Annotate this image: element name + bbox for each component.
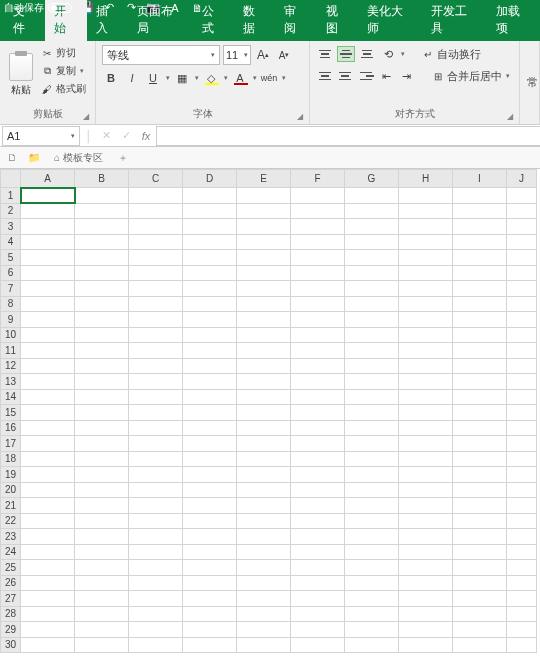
cell[interactable]	[291, 622, 345, 638]
column-header[interactable]: B	[75, 170, 129, 188]
cell[interactable]	[291, 358, 345, 374]
cell[interactable]	[75, 203, 129, 219]
cell[interactable]	[183, 560, 237, 576]
cell[interactable]	[21, 420, 75, 436]
row-header[interactable]: 14	[1, 389, 21, 405]
cell[interactable]	[129, 544, 183, 560]
align-center-button[interactable]	[336, 68, 353, 84]
cell[interactable]	[291, 250, 345, 266]
cell[interactable]	[21, 281, 75, 297]
cell[interactable]	[291, 312, 345, 328]
cell[interactable]	[399, 312, 453, 328]
align-top-button[interactable]	[316, 46, 334, 62]
cell[interactable]	[237, 606, 291, 622]
cell[interactable]	[399, 234, 453, 250]
cell[interactable]	[345, 513, 399, 529]
cell[interactable]	[291, 389, 345, 405]
cell[interactable]	[75, 374, 129, 390]
cell[interactable]	[75, 436, 129, 452]
cell[interactable]	[129, 296, 183, 312]
clipboard-launcher-icon[interactable]: ◢	[83, 112, 93, 122]
cell[interactable]	[237, 544, 291, 560]
cell[interactable]	[237, 637, 291, 653]
cell[interactable]	[183, 327, 237, 343]
cell[interactable]	[129, 498, 183, 514]
new-sheet-icon[interactable]: 🗋	[4, 150, 20, 166]
cell[interactable]	[75, 358, 129, 374]
cell[interactable]	[345, 312, 399, 328]
cell[interactable]	[345, 529, 399, 545]
cell[interactable]	[237, 622, 291, 638]
cell[interactable]	[399, 451, 453, 467]
cell[interactable]	[399, 591, 453, 607]
fx-button[interactable]: fx	[136, 126, 156, 146]
row-header[interactable]: 15	[1, 405, 21, 421]
cell[interactable]	[399, 358, 453, 374]
cell[interactable]	[75, 234, 129, 250]
row-header[interactable]: 6	[1, 265, 21, 281]
cell[interactable]	[507, 560, 537, 576]
cell[interactable]	[129, 436, 183, 452]
cell[interactable]	[237, 436, 291, 452]
column-header[interactable]: F	[291, 170, 345, 188]
cell[interactable]	[183, 389, 237, 405]
cell[interactable]	[183, 591, 237, 607]
border-button[interactable]: ▦	[173, 69, 191, 87]
cell[interactable]	[21, 606, 75, 622]
cell[interactable]	[345, 250, 399, 266]
cell[interactable]	[453, 405, 507, 421]
cell[interactable]	[291, 420, 345, 436]
cell[interactable]	[399, 467, 453, 483]
cell[interactable]	[453, 513, 507, 529]
cell[interactable]	[399, 560, 453, 576]
cell[interactable]	[345, 343, 399, 359]
row-header[interactable]: 16	[1, 420, 21, 436]
cell[interactable]	[345, 436, 399, 452]
align-right-button[interactable]	[357, 68, 374, 84]
row-header[interactable]: 3	[1, 219, 21, 235]
cell[interactable]	[507, 358, 537, 374]
template-zone-tab[interactable]: ⌂模板专区	[48, 149, 109, 167]
cell[interactable]	[75, 312, 129, 328]
cell[interactable]	[453, 436, 507, 452]
cell[interactable]	[291, 188, 345, 204]
cut-button[interactable]: ✂剪切	[40, 45, 87, 61]
cell[interactable]	[291, 451, 345, 467]
cell[interactable]	[75, 389, 129, 405]
cell[interactable]	[345, 482, 399, 498]
cell[interactable]	[507, 591, 537, 607]
cell[interactable]	[291, 575, 345, 591]
tab-page-layout[interactable]: 页面布局	[128, 0, 193, 41]
cell[interactable]	[129, 575, 183, 591]
row-header[interactable]: 10	[1, 327, 21, 343]
indent-increase-button[interactable]: ⇥	[398, 67, 415, 85]
cell[interactable]	[237, 265, 291, 281]
orientation-button[interactable]: ⟲	[379, 45, 397, 63]
cell[interactable]	[21, 219, 75, 235]
cell[interactable]	[75, 250, 129, 266]
cell[interactable]	[75, 544, 129, 560]
cell[interactable]	[399, 637, 453, 653]
cell[interactable]	[75, 575, 129, 591]
add-sheet-button[interactable]: ＋	[115, 150, 131, 166]
column-header[interactable]: A	[21, 170, 75, 188]
cell[interactable]	[129, 312, 183, 328]
cell[interactable]	[129, 405, 183, 421]
row-header[interactable]: 20	[1, 482, 21, 498]
cell[interactable]	[291, 327, 345, 343]
cell[interactable]	[399, 529, 453, 545]
font-size-combo[interactable]: 11▾	[223, 45, 251, 65]
merge-center-button[interactable]: ⊞合并后居中▾	[429, 68, 513, 85]
cell[interactable]	[75, 529, 129, 545]
cell[interactable]	[21, 544, 75, 560]
cell[interactable]	[75, 622, 129, 638]
cell[interactable]	[345, 467, 399, 483]
cell[interactable]	[75, 560, 129, 576]
cell[interactable]	[345, 498, 399, 514]
cell[interactable]	[345, 188, 399, 204]
cell[interactable]	[453, 467, 507, 483]
cell[interactable]	[75, 591, 129, 607]
cell[interactable]	[291, 219, 345, 235]
row-header[interactable]: 18	[1, 451, 21, 467]
row-header[interactable]: 7	[1, 281, 21, 297]
